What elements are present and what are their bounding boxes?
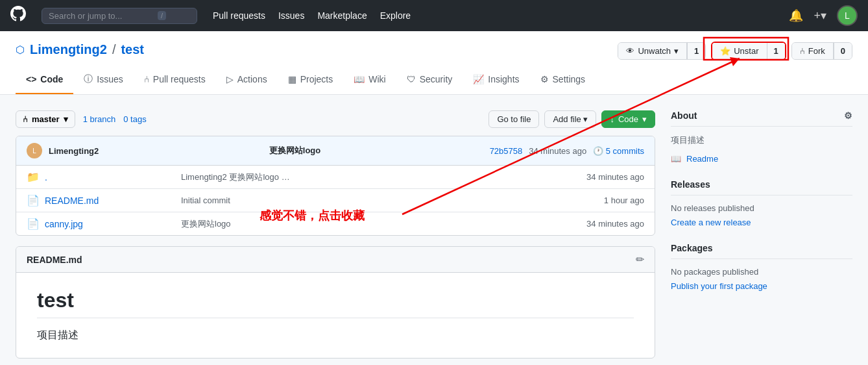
star-icon: ⭐ <box>720 46 730 56</box>
readme-label: Readme <box>686 154 718 164</box>
github-logo-icon[interactable] <box>10 6 26 25</box>
file-time: 1 hour ago <box>604 195 644 205</box>
star-count[interactable]: 1 <box>767 43 785 59</box>
fork-btn-group: ⑃ Fork 0 <box>791 42 852 60</box>
code-button[interactable]: ↓ Code ▾ <box>601 110 655 128</box>
commit-time: 34 minutes ago <box>529 146 586 156</box>
tab-security[interactable]: 🛡 Security <box>396 66 463 94</box>
nav-explore[interactable]: Explore <box>380 10 411 21</box>
about-description[interactable]: 项目描述 <box>671 134 852 146</box>
repo-icon: ⬡ <box>16 44 25 56</box>
settings-icon: ⚙ <box>540 74 549 84</box>
branch-info: 1 branch <box>83 114 116 124</box>
about-section: About ⚙ 项目描述 📖 Readme <box>671 110 852 164</box>
nav-marketplace[interactable]: Marketplace <box>317 10 367 21</box>
add-file-button[interactable]: Add file ▾ <box>544 110 596 128</box>
fork-button[interactable]: ⑃ Fork <box>792 43 834 59</box>
tag-info: 0 tags <box>123 114 146 124</box>
top-nav-links: Pull requests Issues Marketplace Explore <box>213 10 411 21</box>
tab-wiki[interactable]: 📖 Wiki <box>343 66 396 94</box>
branch-bar: ⑃ master ▾ 1 branch 0 tags Go to file Ad… <box>16 110 655 128</box>
nav-pull-requests[interactable]: Pull requests <box>213 10 265 21</box>
unwatch-chevron-icon: ▾ <box>674 46 679 56</box>
edit-readme-icon[interactable]: ✏ <box>636 253 644 266</box>
branch-chevron-icon: ▾ <box>64 114 68 124</box>
table-row: 📁 . Limengting2 更换网站logo … 34 minutes ag… <box>16 166 655 189</box>
repo-separator: / <box>112 42 116 57</box>
code-button-label: Code <box>618 114 638 124</box>
fork-label: Fork <box>808 46 825 56</box>
commit-message-text: 更换网站logo <box>269 145 483 157</box>
repo-title: ⬡ Limengting2 / test <box>16 42 144 57</box>
search-input[interactable] <box>49 11 152 21</box>
commit-avatar: L <box>27 143 42 158</box>
branch-count-link[interactable]: 1 branch <box>83 114 116 124</box>
commit-message: Limengting2 <box>49 146 263 156</box>
publish-package-link[interactable]: Publish your first package <box>671 281 767 291</box>
branch-icon: ⑃ <box>23 114 28 124</box>
tag-count-link[interactable]: 0 tags <box>123 114 146 124</box>
about-title: About ⚙ <box>671 110 852 127</box>
repo-owner-link[interactable]: Limengting2 <box>30 42 107 57</box>
tab-insights[interactable]: 📈 Insights <box>463 66 529 94</box>
file-commit-msg: Initial commit <box>181 195 597 205</box>
unwatch-button[interactable]: 👁 Unwatch ▾ <box>618 43 687 59</box>
notification-bell-icon[interactable]: 🔔 <box>789 8 803 23</box>
unstar-button[interactable]: ⭐ Unstar <box>712 43 766 59</box>
readme-link-sidebar[interactable]: 📖 Readme <box>671 154 852 164</box>
tab-pull-requests[interactable]: ⑃ Pull requests <box>134 66 216 94</box>
repo-header: ⬡ Limengting2 / test 👁 Unwatch ▾ 1 <box>0 31 868 95</box>
projects-icon: ▦ <box>288 74 296 84</box>
fork-icon: ⑃ <box>800 46 805 56</box>
top-nav-right: 🔔 +▾ L <box>789 5 858 26</box>
unstar-btn-group: ⭐ Unstar 1 <box>711 42 786 60</box>
security-icon: 🛡 <box>407 74 416 84</box>
tab-issues[interactable]: ⓘ Issues <box>73 66 133 94</box>
repo-header-wrapper: ⬡ Limengting2 / test 👁 Unwatch ▾ 1 <box>0 31 868 95</box>
packages-title: Packages <box>671 243 852 259</box>
branch-bar-right: Go to file Add file ▾ ↓ Code ▾ <box>488 110 655 128</box>
unwatch-count[interactable]: 1 <box>687 43 705 59</box>
branch-selector[interactable]: ⑃ master ▾ <box>16 110 75 128</box>
top-nav: / Pull requests Issues Marketplace Explo… <box>0 0 868 31</box>
tab-projects[interactable]: ▦ Projects <box>278 66 344 94</box>
fork-count[interactable]: 0 <box>834 43 852 59</box>
clock-icon: 🕐 <box>593 146 603 156</box>
file-name-link[interactable]: . <box>45 172 175 182</box>
go-to-file-button[interactable]: Go to file <box>488 110 539 128</box>
tab-settings[interactable]: ⚙ Settings <box>530 66 596 94</box>
about-settings-gear-icon[interactable]: ⚙ <box>844 110 852 121</box>
readme-box: README.md ✏ test 项目描述 <box>16 246 655 359</box>
tab-actions[interactable]: ▷ Actions <box>216 66 278 94</box>
create-release-link[interactable]: Create a new release <box>671 218 751 227</box>
file-icon: 📄 <box>27 194 38 207</box>
tab-code[interactable]: <> Code <box>16 66 73 94</box>
download-icon: ↓ <box>610 114 614 124</box>
pull-requests-icon: ⑃ <box>144 74 149 84</box>
branch-name: master <box>32 114 60 124</box>
search-box[interactable]: / <box>42 8 197 24</box>
releases-label: Releases <box>671 179 710 190</box>
no-releases-text: No releases published <box>671 203 852 213</box>
commits-count-link[interactable]: 🕐 5 commits <box>593 146 644 156</box>
unstar-label: Unstar <box>734 46 758 56</box>
search-shortcut: / <box>158 11 166 20</box>
issues-icon: ⓘ <box>84 73 93 85</box>
releases-title: Releases <box>671 179 852 195</box>
nav-issues[interactable]: Issues <box>278 10 304 21</box>
commit-hash-link[interactable]: 72b5758 <box>490 146 523 156</box>
code-chevron-icon: ▾ <box>642 114 647 124</box>
table-row: 📄 README.md Initial commit 1 hour ago <box>16 189 655 212</box>
add-file-chevron-icon: ▾ <box>583 114 588 124</box>
packages-label: Packages <box>671 243 713 253</box>
readme-description: 项目描述 <box>37 329 634 342</box>
add-new-icon[interactable]: +▾ <box>814 8 826 23</box>
user-avatar[interactable]: L <box>837 5 858 26</box>
readme-link[interactable]: README.md <box>45 195 175 206</box>
insights-icon: 📈 <box>473 74 484 84</box>
book-icon: 📖 <box>671 154 681 164</box>
file-table: L Limengting2 更换网站logo 72b5758 34 minute… <box>16 136 655 236</box>
actions-icon: ▷ <box>226 74 234 84</box>
canny-link[interactable]: canny.jpg <box>45 219 175 229</box>
repo-name-link[interactable]: test <box>121 42 144 57</box>
